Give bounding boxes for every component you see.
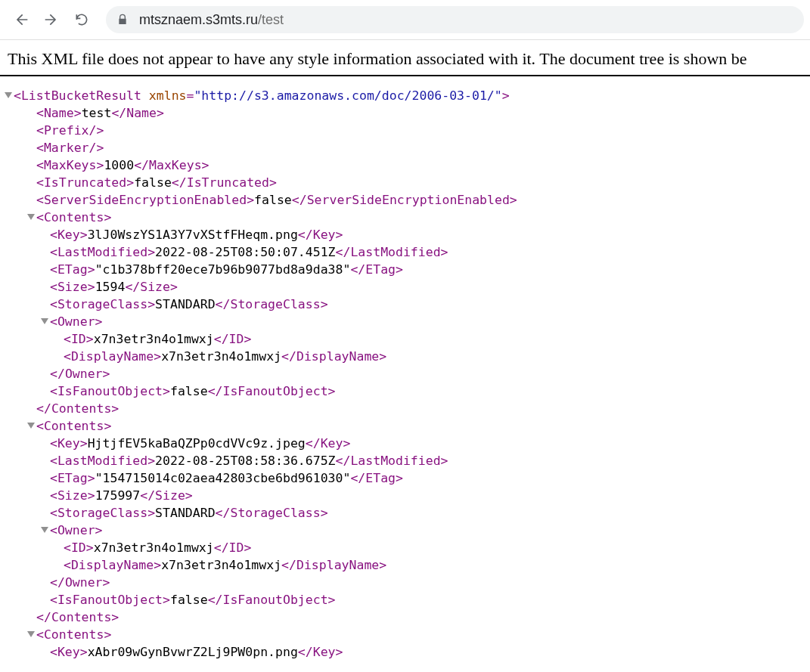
xml-istruncated: <IsTruncated>false</IsTruncated>: [0, 174, 810, 191]
xml-marker: <Marker/>: [0, 139, 810, 156]
xml-owner-displayname: <DisplayName>x7n3etr3n4o1mwxj</DisplayNa…: [0, 348, 810, 365]
xml-owner-open[interactable]: <Owner>: [0, 522, 810, 539]
collapse-caret-icon[interactable]: [5, 92, 12, 98]
xml-maxkeys: <MaxKeys>1000</MaxKeys>: [0, 156, 810, 174]
xml-etag: <ETag>"154715014c02aea42803cbe6bd961030"…: [0, 469, 810, 487]
xml-isfanout: <IsFanoutObject>false</IsFanoutObject>: [0, 591, 810, 609]
xml-contents-close: </Contents>: [0, 609, 810, 626]
collapse-caret-icon[interactable]: [27, 631, 35, 637]
xml-owner-close: </Owner>: [0, 365, 810, 382]
xml-sse: <ServerSideEncryptionEnabled>false</Serv…: [0, 191, 810, 209]
lock-icon: [116, 14, 129, 26]
xml-owner-displayname: <DisplayName>x7n3etr3n4o1mwxj</DisplayNa…: [0, 556, 810, 574]
xml-contents-open[interactable]: <Contents>: [0, 417, 810, 435]
reload-button[interactable]: [67, 5, 97, 35]
xml-key: <Key>xAbr09wGynBvwrZ2Lj9PW0pn.png</Key>: [0, 643, 810, 661]
xml-storageclass: <StorageClass>STANDARD</StorageClass>: [0, 504, 810, 522]
arrow-left-icon: [14, 12, 29, 27]
xml-lastmodified: <LastModified>2022-08-25T08:58:36.675Z</…: [0, 452, 810, 469]
arrow-right-icon: [44, 12, 59, 27]
xml-no-style-notice: This XML file does not appear to have an…: [0, 40, 810, 76]
xml-owner-id: <ID>x7n3etr3n4o1mwxj</ID>: [0, 330, 810, 348]
xml-owner-id: <ID>x7n3etr3n4o1mwxj</ID>: [0, 539, 810, 556]
xml-lastmodified: <LastModified>2022-08-25T08:50:07.451Z</…: [0, 243, 810, 261]
xml-contents-open[interactable]: <Contents>: [0, 626, 810, 643]
xml-prefix: <Prefix/>: [0, 122, 810, 139]
xml-root-open[interactable]: <ListBucketResult xmlns="http://s3.amazo…: [0, 87, 810, 104]
url-path: /test: [258, 12, 284, 28]
xml-contents-close: </Contents>: [0, 400, 810, 417]
forward-button[interactable]: [36, 5, 67, 35]
xml-name: <Name>test</Name>: [0, 104, 810, 122]
collapse-caret-icon[interactable]: [41, 318, 48, 324]
xml-size: <Size>175997</Size>: [0, 487, 810, 504]
xml-contents-open[interactable]: <Contents>: [0, 209, 810, 226]
xml-etag: <ETag>"c1b378bff20ece7b96b9077bd8a9da38"…: [0, 261, 810, 278]
xml-key: <Key>3lJ0WszYS1A3Y7vXStfFHeqm.png</Key>: [0, 226, 810, 243]
xml-tree: <ListBucketResult xmlns="http://s3.amazo…: [0, 76, 810, 661]
reload-icon: [74, 12, 89, 27]
xml-isfanout: <IsFanoutObject>false</IsFanoutObject>: [0, 382, 810, 400]
xml-key: <Key>HjtjfEV5kaBaQZPp0cdVVc9z.jpeg</Key>: [0, 435, 810, 452]
xml-size: <Size>1594</Size>: [0, 278, 810, 296]
collapse-caret-icon[interactable]: [27, 423, 35, 429]
browser-toolbar: mtsznaem.s3mts.ru/test: [0, 0, 810, 40]
url-host: mtsznaem.s3mts.ru: [139, 12, 258, 28]
back-button[interactable]: [6, 5, 36, 35]
xml-storageclass: <StorageClass>STANDARD</StorageClass>: [0, 296, 810, 313]
address-bar[interactable]: mtsznaem.s3mts.ru/test: [106, 6, 804, 33]
xml-owner-open[interactable]: <Owner>: [0, 313, 810, 330]
collapse-caret-icon[interactable]: [41, 527, 48, 533]
xml-owner-close: </Owner>: [0, 574, 810, 591]
collapse-caret-icon[interactable]: [27, 214, 35, 220]
